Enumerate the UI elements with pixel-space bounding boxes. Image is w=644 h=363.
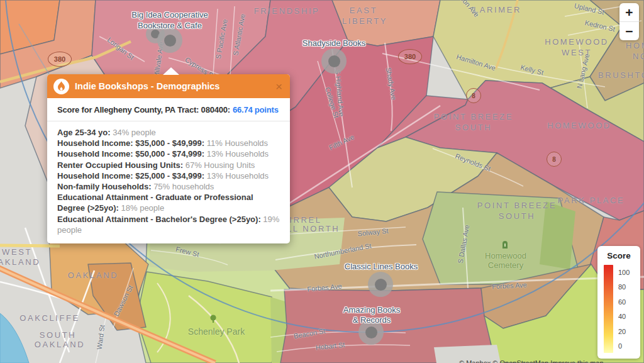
stat-row: Educational Attainment - Graduate or Pro… bbox=[57, 192, 280, 213]
popup-title: Indie Bookshops - Demographics bbox=[75, 81, 274, 91]
legend-tick: 0 bbox=[618, 342, 630, 357]
route-shield-8: 8 bbox=[547, 152, 562, 167]
marker-classic-lines[interactable] bbox=[368, 272, 393, 297]
stat-value: 11% Households bbox=[207, 138, 268, 148]
legend-tick: 60 bbox=[618, 298, 630, 313]
legend-ticks: 100 80 60 40 20 0 bbox=[618, 265, 630, 357]
zoom-control: + − bbox=[619, 3, 639, 40]
flame-icon bbox=[53, 79, 69, 94]
map-canvas[interactable]: FRIENDSHIP EAST LIBERTY LARIMER HOMEWOOD… bbox=[0, 0, 644, 363]
stat-row: Household Income: $25,000 - $34,999: 13%… bbox=[57, 170, 280, 181]
map-attribution[interactable]: © Mapbox © OpenStreetMap Improve this ma… bbox=[459, 359, 604, 363]
route-shield-380: 380 bbox=[48, 52, 72, 67]
score-legend: Score 100 80 60 40 20 0 bbox=[597, 246, 640, 359]
score-prefix: Score for Allegheny County, PA Tract: 08… bbox=[57, 105, 230, 114]
stat-value: 75% households bbox=[153, 182, 214, 191]
stat-row: Renter Occupied Housing Units: 67% Housi… bbox=[57, 160, 280, 170]
stat-label: Household Income: $35,000 - $49,999: bbox=[57, 138, 204, 148]
marker-big-idea[interactable] bbox=[157, 28, 182, 53]
popup-header: Indie Bookshops - Demographics × bbox=[47, 74, 290, 98]
close-icon[interactable]: × bbox=[274, 81, 284, 92]
legend-gradient-bar bbox=[604, 265, 613, 353]
legend-title: Score bbox=[597, 251, 640, 260]
legend-tick: 80 bbox=[618, 283, 630, 298]
legend-tick: 40 bbox=[618, 313, 630, 327]
legend-tick: 100 bbox=[618, 269, 630, 283]
marker-shadyside-books[interactable] bbox=[321, 48, 347, 74]
demographics-popup: Indie Bookshops - Demographics × Score f… bbox=[47, 74, 290, 243]
popup-body: Score for Allegheny County, PA Tract: 08… bbox=[47, 98, 290, 243]
stat-row: Household Income: $50,000 - $74,999: 13%… bbox=[57, 148, 280, 159]
divider bbox=[47, 121, 290, 121]
score-line: Score for Allegheny County, PA Tract: 08… bbox=[57, 105, 280, 114]
stat-row: Educational Attainment - Bachelor's Degr… bbox=[57, 214, 280, 235]
route-shield-380: 380 bbox=[398, 49, 422, 64]
stat-label: Age 25-34 yo: bbox=[57, 128, 111, 137]
stat-value: 13% Households bbox=[207, 149, 269, 159]
stat-label: Non-family Households: bbox=[57, 182, 152, 191]
stat-value: 13% Households bbox=[207, 171, 269, 181]
popup-pointer bbox=[163, 67, 179, 75]
stat-row: Non-family Households: 75% households bbox=[57, 181, 280, 192]
stat-label: Household Income: $50,000 - $74,999: bbox=[57, 149, 204, 159]
zoom-out-button[interactable]: − bbox=[619, 22, 639, 40]
stat-label: Educational Attainment - Bachelor's Degr… bbox=[57, 215, 261, 224]
score-value: 66.74 points bbox=[233, 105, 279, 114]
route-shield-8: 8 bbox=[466, 88, 481, 103]
stat-label: Renter Occupied Housing Units: bbox=[57, 160, 183, 170]
stat-row: Household Income: $35,000 - $49,999: 11%… bbox=[57, 138, 280, 148]
stat-value: 34% people bbox=[113, 128, 156, 137]
marker-amazing-books[interactable] bbox=[358, 320, 384, 345]
zoom-in-button[interactable]: + bbox=[619, 3, 639, 21]
legend-tick: 20 bbox=[618, 328, 630, 342]
stat-value: 18% people bbox=[121, 203, 165, 213]
stat-label: Household Income: $25,000 - $34,999: bbox=[57, 171, 204, 181]
stat-value: 67% Housing Units bbox=[186, 160, 255, 170]
stat-row: Age 25-34 yo: 34% people bbox=[57, 127, 280, 138]
